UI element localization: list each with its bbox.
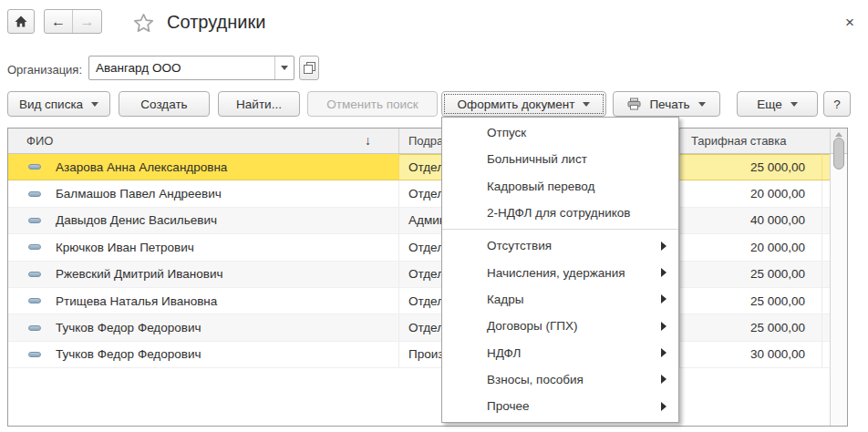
rate-value: 25 000,00 bbox=[750, 294, 805, 308]
cell-rate[interactable]: 20 000,00 bbox=[680, 234, 822, 260]
department-name: Отдел bbox=[408, 321, 444, 334]
cell-fio[interactable]: Тучков Федор Федорович bbox=[8, 314, 399, 340]
rate-value: 25 000,00 bbox=[750, 267, 805, 281]
cell-rate[interactable]: 25 000,00 bbox=[680, 154, 822, 180]
employee-name: Крючков Иван Петрович bbox=[56, 241, 194, 254]
submenu-arrow-icon bbox=[661, 322, 666, 331]
page-title: Сотрудники bbox=[167, 12, 265, 33]
chevron-down-icon bbox=[790, 102, 798, 107]
table-row[interactable]: Тучков Федор Федорович Произв 30 000,00 bbox=[8, 342, 830, 368]
employees-table: ФИО ↓ Подраз Тарифная ставка Азарова Анн… bbox=[7, 128, 848, 427]
organization-choose-button[interactable] bbox=[299, 56, 319, 80]
table-row[interactable]: Азарова Анна Александровна Отдел 25 000,… bbox=[8, 154, 830, 180]
table-row[interactable]: Балмашов Павел Андреевич Отдел 20 000,00 bbox=[8, 180, 830, 207]
view-list-button[interactable]: Вид списка bbox=[7, 91, 110, 117]
cell-fio[interactable]: Тучков Федор Федорович bbox=[8, 342, 399, 367]
submenu-arrow-icon bbox=[661, 348, 666, 357]
scrollbar-thumb[interactable] bbox=[833, 138, 844, 170]
cell-rate[interactable]: 25 000,00 bbox=[680, 262, 822, 287]
submenu-arrow-icon bbox=[661, 242, 666, 251]
employee-name: Азарова Анна Александровна bbox=[56, 160, 227, 174]
cell-fio[interactable]: Ртищева Наталья Ивановна bbox=[8, 288, 399, 314]
make-document-menu: Отпуск Больничный лист Кадровый перевод … bbox=[441, 117, 679, 423]
menu-item-label: Договоры (ГПХ) bbox=[487, 319, 577, 333]
make-document-button[interactable]: Оформить документ bbox=[441, 91, 606, 117]
home-button[interactable] bbox=[7, 9, 35, 34]
column-header-fio-label: ФИО bbox=[26, 134, 53, 148]
submenu-arrow-icon bbox=[661, 268, 666, 277]
menu-item[interactable]: Начисления, удержания bbox=[442, 259, 678, 285]
cell-rate[interactable]: 25 000,00 bbox=[680, 314, 822, 340]
menu-item[interactable]: Кадровый перевод bbox=[442, 173, 678, 200]
list-item-marker-icon bbox=[28, 244, 41, 250]
table-row[interactable]: Давыдов Денис Васильевич Админи 40 000,0… bbox=[8, 208, 830, 234]
menu-item[interactable]: Больничный лист bbox=[442, 146, 678, 172]
more-button[interactable]: Еще bbox=[737, 91, 818, 117]
cell-spacer bbox=[822, 262, 830, 287]
column-header-rate-label: Тарифная ставка bbox=[691, 134, 786, 148]
menu-item[interactable]: Договоры (ГПХ) bbox=[442, 313, 678, 339]
menu-item-label: НДФЛ bbox=[487, 346, 521, 360]
department-name: Отдел bbox=[408, 187, 444, 201]
home-icon bbox=[14, 15, 28, 28]
column-header-spacer bbox=[822, 129, 830, 153]
table-row[interactable]: Тучков Федор Федорович Отдел 25 000,00 bbox=[8, 314, 830, 341]
table-row[interactable]: Ртищева Наталья Ивановна Отдел 25 000,00 bbox=[8, 288, 830, 314]
find-button[interactable]: Найти... bbox=[218, 91, 300, 117]
menu-item[interactable]: Прочее bbox=[442, 393, 678, 419]
back-button[interactable]: ← bbox=[45, 10, 73, 33]
employees-window: ← → Сотрудники × Организация: Авангард О… bbox=[0, 0, 868, 432]
employee-name: Ртищева Наталья Ивановна bbox=[56, 294, 217, 308]
list-item-marker-icon bbox=[28, 272, 41, 277]
menu-item[interactable]: Отпуск bbox=[442, 119, 678, 146]
menu-item-label: Начисления, удержания bbox=[487, 266, 625, 280]
cell-fio[interactable]: Крючков Иван Петрович bbox=[8, 234, 399, 260]
menu-item[interactable]: Отсутствия bbox=[442, 232, 678, 259]
employee-name: Давыдов Денис Васильевич bbox=[56, 213, 217, 227]
table-row[interactable]: Ржевский Дмитрий Иванович Отдел 25 000,0… bbox=[8, 262, 830, 288]
forward-button[interactable]: → bbox=[73, 10, 101, 33]
scroll-up-icon[interactable] bbox=[835, 132, 842, 137]
submenu-arrow-icon bbox=[661, 375, 666, 384]
cell-fio[interactable]: Ржевский Дмитрий Иванович bbox=[8, 262, 399, 287]
printer-icon bbox=[627, 98, 641, 110]
organization-dropdown-button[interactable] bbox=[274, 57, 294, 79]
menu-item[interactable]: НДФЛ bbox=[442, 339, 678, 365]
organization-combobox[interactable]: Авангард ООО bbox=[88, 56, 294, 80]
menu-item[interactable]: Кадры bbox=[442, 286, 678, 313]
help-button[interactable]: ? bbox=[823, 91, 851, 117]
table-header-row: ФИО ↓ Подраз Тарифная ставка bbox=[8, 129, 847, 154]
menu-separator bbox=[442, 229, 678, 230]
cell-fio[interactable]: Балмашов Павел Андреевич bbox=[8, 180, 399, 206]
close-icon[interactable]: × bbox=[840, 13, 860, 33]
cell-rate[interactable]: 30 000,00 bbox=[680, 342, 822, 367]
cell-fio[interactable]: Азарова Анна Александровна bbox=[8, 154, 399, 180]
department-name: Отдел bbox=[408, 267, 444, 281]
table-row[interactable]: Крючков Иван Петрович Отдел 20 000,00 bbox=[8, 234, 830, 261]
department-name: Отдел bbox=[408, 160, 444, 174]
cell-fio[interactable]: Давыдов Денис Васильевич bbox=[8, 208, 399, 233]
create-label: Создать bbox=[140, 98, 187, 111]
column-header-fio[interactable]: ФИО ↓ bbox=[8, 129, 399, 153]
chevron-down-icon bbox=[281, 66, 288, 70]
menu-item[interactable]: Взносы, пособия bbox=[442, 366, 678, 393]
vertical-scrollbar[interactable] bbox=[830, 129, 847, 426]
cell-rate[interactable]: 40 000,00 bbox=[680, 208, 822, 233]
menu-item[interactable]: 2-НДФЛ для сотрудников bbox=[442, 200, 678, 226]
cell-rate[interactable]: 25 000,00 bbox=[680, 288, 822, 314]
submenu-arrow-icon bbox=[661, 402, 666, 411]
help-label: ? bbox=[833, 98, 841, 111]
print-button[interactable]: Печать bbox=[613, 91, 720, 117]
cell-rate[interactable]: 20 000,00 bbox=[680, 180, 822, 206]
menu-item-label: Взносы, пособия bbox=[487, 373, 584, 386]
cell-spacer bbox=[822, 208, 830, 233]
menu-item-label: Прочее bbox=[487, 399, 529, 413]
create-button[interactable]: Создать bbox=[119, 91, 210, 117]
employee-name: Тучков Федор Федорович bbox=[56, 347, 202, 361]
sort-desc-icon: ↓ bbox=[365, 133, 371, 148]
cell-spacer bbox=[822, 314, 830, 340]
column-header-rate[interactable]: Тарифная ставка bbox=[680, 129, 822, 153]
favorite-star-icon[interactable] bbox=[132, 12, 155, 35]
print-label: Печать bbox=[649, 98, 689, 111]
cell-spacer bbox=[822, 288, 830, 314]
